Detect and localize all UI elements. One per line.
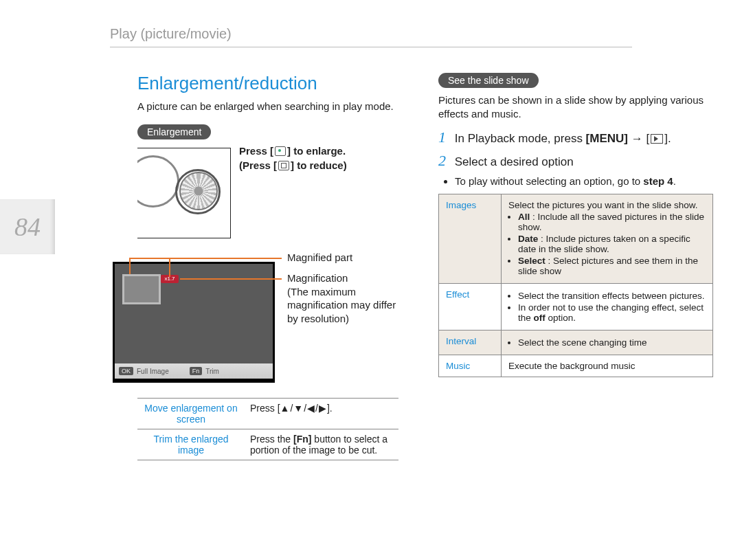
lcd-trim-label: Trim [205, 368, 219, 375]
text-fragment: . [673, 175, 676, 187]
press-enlarge-suffix: ] to enlarge. [287, 145, 346, 157]
trim-image-text: Press the [Fn] button to select a portio… [245, 429, 398, 460]
play-icon [651, 134, 663, 144]
callout-line-icon [180, 278, 282, 280]
text-fragment: option. [546, 313, 576, 323]
magnified-part-box [122, 274, 161, 304]
table-row: Interval Select the scene changing time [439, 330, 713, 355]
enlargement-pill: Enlargement [137, 124, 211, 139]
text-fragment: To play without selecting an option, go … [455, 175, 643, 187]
text-fragment: In Playback mode, press [455, 132, 586, 145]
move-enlargement-text: Press [▲/▼/◀/▶]. [245, 399, 398, 429]
text-fragment: All [518, 212, 530, 222]
table-row: Effect Select the transition effects bet… [439, 283, 713, 330]
fn-key-label: [Fn] [293, 434, 311, 445]
effect-option-label: Effect [439, 283, 502, 330]
camera-dial-icon [179, 172, 218, 210]
slideshow-options-table: Images Select the pictures you want in t… [438, 194, 713, 377]
slideshow-steps: 1 In Playback mode, press [MENU] → []. 2… [438, 128, 713, 187]
interval-option-label: Interval [439, 330, 502, 355]
text-fragment: : Include all the saved pictures in the … [518, 212, 704, 232]
images-option-text: Select the pictures you want in the slid… [502, 194, 713, 283]
press-enlarge-prefix: Press [ [239, 145, 273, 157]
list-item: Select the transition effects between pi… [518, 291, 706, 301]
music-option-text: Execute the background music [502, 355, 713, 377]
press-reduce-prefix: (Press [ [239, 159, 277, 171]
text-fragment: Select [518, 256, 546, 266]
list-item: To play without selecting an option, go … [455, 175, 713, 187]
left-column: Enlargement/reduction A picture can be e… [137, 69, 398, 460]
text-fragment: Press the [250, 434, 293, 445]
slideshow-intro: Pictures can be shown in a slide show by… [438, 93, 713, 122]
text-fragment: : Include pictures taken on a specific d… [518, 234, 690, 254]
table-row: Move enlargement on screen Press [▲/▼/◀/… [137, 399, 398, 429]
text-fragment: Date [518, 234, 538, 244]
table-row: Music Execute the background music [439, 355, 713, 377]
images-option-label: Images [439, 194, 502, 283]
callout-line-icon [169, 258, 170, 277]
list-item: All : Include all the saved pictures in … [518, 212, 706, 232]
step-2: 2 Select a desired option [438, 152, 713, 170]
table-row: Images Select the pictures you want in t… [439, 194, 713, 283]
effect-option-text: Select the transition effects between pi… [502, 283, 713, 330]
zoom-in-icon [275, 146, 286, 156]
step4-label: step 4 [643, 175, 673, 187]
intro-text: A picture can be enlarged when searching… [137, 100, 398, 113]
step-1: 1 In Playback mode, press [MENU] → []. [438, 128, 713, 146]
text-fragment: Select a desired option [455, 155, 574, 168]
page-number-tab: 84 [0, 199, 55, 254]
list-item: Select the scene changing time [518, 337, 706, 348]
text-fragment: ]. [664, 132, 671, 145]
header-divider [110, 47, 632, 47]
text-fragment: off [534, 313, 546, 323]
camera-illustration [137, 148, 231, 238]
section-title: Enlargement/reduction [137, 73, 398, 94]
step-number-icon: 2 [438, 152, 446, 169]
callout-line-icon [129, 258, 282, 259]
direction-arrows-icon: ▲/▼/◀/▶ [280, 403, 327, 414]
text-fragment: → [ [628, 132, 649, 145]
move-enlargement-label: Move enlargement on screen [137, 399, 245, 429]
zoom-out-icon [278, 161, 289, 170]
music-option-label: Music [439, 355, 502, 377]
fn-key-icon: Fn [190, 367, 203, 375]
lcd-full-image-label: Full Image [137, 368, 169, 375]
breadcrumb: Play (picture/movie) [110, 26, 232, 42]
callout-magnified-part: Magnified part [287, 251, 352, 265]
text-fragment: Select the pictures you want in the slid… [508, 200, 697, 210]
right-column: See the slide show Pictures can be shown… [438, 69, 713, 377]
table-row: Trim the enlarged image Press the [Fn] b… [137, 429, 398, 460]
text-fragment: : Select pictures and see them in the sl… [518, 256, 698, 276]
text-fragment: Press [ [250, 403, 280, 414]
text-fragment: ]. [327, 403, 333, 414]
press-reduce-suffix: ] to reduce) [291, 159, 347, 171]
list-item: Date : Include pictures taken on a speci… [518, 234, 706, 254]
menu-key-label: [MENU] [586, 132, 628, 145]
interval-option-text: Select the scene changing time [502, 330, 713, 355]
list-item: In order not to use the changing effect,… [518, 302, 706, 323]
trim-image-label: Trim the enlarged image [137, 429, 245, 460]
step-number-icon: 1 [438, 128, 446, 146]
list-item: Select : Select pictures and see them in… [518, 256, 706, 276]
lcd-bottom-bar: OK Full Image Fn Trim [113, 363, 275, 381]
callout-magnification: Magnification (The maximum magnification… [287, 271, 397, 325]
slideshow-pill: See the slide show [438, 73, 539, 88]
move-trim-table: Move enlargement on screen Press [▲/▼/◀/… [137, 398, 398, 460]
callout-line-icon [129, 258, 131, 274]
ok-key-icon: OK [119, 367, 133, 375]
page-number: 84 [14, 212, 41, 242]
lcd-figure: x1.7 OK Full Image Fn Trim Magnified par… [137, 247, 398, 391]
step-2-notes: To play without selecting an option, go … [455, 175, 713, 187]
